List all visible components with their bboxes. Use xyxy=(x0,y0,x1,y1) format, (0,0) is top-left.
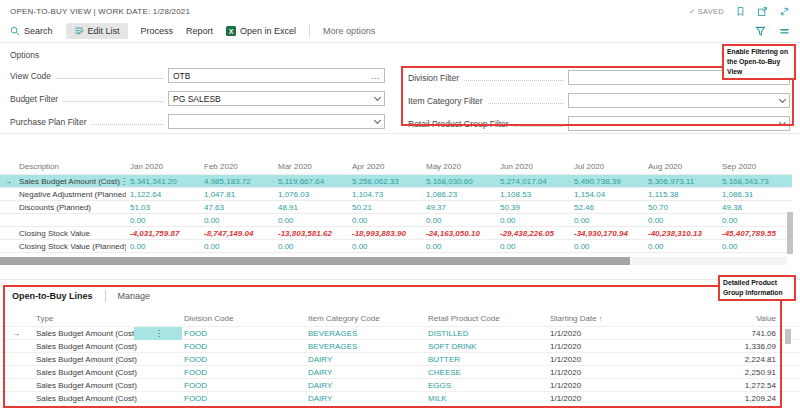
list-options-icon[interactable] xyxy=(779,26,790,37)
matrix-cell[interactable]: 0.00 xyxy=(570,242,644,251)
line-type[interactable]: Sales Budget Amount (Cost) xyxy=(34,342,134,351)
matrix-cell[interactable]: 5,256,062.33 xyxy=(348,177,422,186)
line-type[interactable]: Sales Budget Amount (Cost) xyxy=(34,329,134,338)
matrix-cell[interactable]: 0.00 xyxy=(126,216,200,225)
matrix-cell[interactable]: 47.63 xyxy=(200,203,274,212)
column-header-type[interactable]: Type xyxy=(34,314,134,323)
matrix-cell[interactable]: -29,438,226.05 xyxy=(496,229,570,238)
starting-date-cell[interactable]: 1/1/2020 xyxy=(548,368,668,377)
matrix-cell[interactable]: 0.00 xyxy=(200,242,274,251)
column-header-month[interactable]: Jan 2020 xyxy=(126,162,200,171)
matrix-row-description[interactable]: Closing Stock Value (Planned) xyxy=(16,242,126,251)
matrix-cell[interactable]: 49.37 xyxy=(422,203,496,212)
retail-product-code-link[interactable]: BUTTER xyxy=(426,355,548,364)
matrix-cell[interactable]: -4,031,759.87 xyxy=(126,229,200,238)
matrix-cell[interactable]: 0.00 xyxy=(422,216,496,225)
matrix-cell[interactable]: 0.00 xyxy=(348,242,422,251)
matrix-cell[interactable]: 1,108.53 xyxy=(496,190,570,199)
matrix-cell[interactable]: -24,163,050.10 xyxy=(422,229,496,238)
matrix-cell[interactable]: 1,076.03 xyxy=(274,190,348,199)
line-type[interactable]: Sales Budget Amount (Cost) xyxy=(34,381,134,390)
matrix-cell[interactable]: 1,086.23 xyxy=(422,190,496,199)
matrix-cell[interactable]: 5,341,341.20 xyxy=(126,177,200,186)
line-row[interactable]: Sales Budget Amount (Cost)FOODDAIRYMILK1… xyxy=(0,391,800,404)
horizontal-scrollbar-thumb[interactable] xyxy=(0,257,630,265)
retail-product-code-link[interactable]: SOFT DRINK xyxy=(426,342,548,351)
matrix-row[interactable]: Closing Stock Value (Planned)0.000.000.0… xyxy=(0,239,792,252)
matrix-cell[interactable]: 5,274,017.04 xyxy=(496,177,570,186)
value-cell[interactable]: 1,209.24 xyxy=(668,394,800,403)
budget-filter-input[interactable]: PG SALESB xyxy=(168,91,385,106)
matrix-row[interactable]: Discounts (Planned)51.0347.6348.9150.214… xyxy=(0,200,792,213)
retail-product-code-link[interactable]: EGGS xyxy=(426,381,548,390)
value-cell[interactable]: 1,272.54 xyxy=(668,381,800,390)
tab-manage[interactable]: Manage xyxy=(118,291,151,301)
column-header-product[interactable]: Retail Product Code xyxy=(426,314,548,323)
report-button[interactable]: Report xyxy=(186,26,213,36)
item-category-code-link[interactable]: DAIRY xyxy=(306,368,426,377)
matrix-cell[interactable]: 0.00 xyxy=(718,216,792,225)
matrix-cell[interactable]: 5,306,973.11 xyxy=(644,177,718,186)
matrix-cell[interactable]: -13,803,581.62 xyxy=(274,229,348,238)
division-code-link[interactable]: FOOD xyxy=(182,368,306,377)
matrix-cell[interactable]: 0.00 xyxy=(274,242,348,251)
matrix-cell[interactable]: 0.00 xyxy=(496,216,570,225)
chevron-down-icon[interactable] xyxy=(374,116,381,123)
matrix-row-description[interactable]: Closing Stock Value xyxy=(16,229,126,238)
column-header-month[interactable]: Apr 2020 xyxy=(348,162,422,171)
division-code-link[interactable]: FOOD xyxy=(182,381,306,390)
matrix-cell[interactable]: 50.21 xyxy=(348,203,422,212)
value-cell[interactable]: 1,336.09 xyxy=(668,342,800,351)
line-row[interactable]: Sales Budget Amount (Cost)FOODDAIRYBUTTE… xyxy=(0,352,800,365)
tab-open-to-buy-lines[interactable]: Open-to-Buy Lines xyxy=(12,291,93,301)
matrix-cell[interactable]: -18,993,883.90 xyxy=(348,229,422,238)
matrix-cell[interactable]: 1,104.73 xyxy=(348,190,422,199)
starting-date-cell[interactable]: 1/1/2020 xyxy=(548,342,668,351)
purchase-plan-filter-input[interactable] xyxy=(168,114,385,129)
matrix-cell[interactable]: 5,490,738.39 xyxy=(570,177,644,186)
matrix-cell[interactable]: 1,154.04 xyxy=(570,190,644,199)
vertical-scrollbar-thumb[interactable] xyxy=(787,212,793,254)
starting-date-cell[interactable]: 1/1/2020 xyxy=(548,381,668,390)
line-type[interactable]: Sales Budget Amount (Cost) xyxy=(34,368,134,377)
column-header-month[interactable]: Mar 2020 xyxy=(274,162,348,171)
column-header-month[interactable]: Sep 2020 xyxy=(718,162,792,171)
matrix-cell[interactable]: 1,086.31 xyxy=(718,190,792,199)
starting-date-cell[interactable]: 1/1/2020 xyxy=(548,355,668,364)
bookmark-icon[interactable] xyxy=(735,6,746,17)
matrix-cell[interactable]: 0.00 xyxy=(644,216,718,225)
line-type[interactable]: Sales Budget Amount (Cost) xyxy=(34,355,134,364)
division-code-link[interactable]: FOOD xyxy=(182,329,306,338)
line-row[interactable]: Sales Budget Amount (Cost)FOODDAIRYCHEES… xyxy=(0,365,800,378)
matrix-cell[interactable]: 52.46 xyxy=(570,203,644,212)
item-category-code-link[interactable]: BEVERAGES xyxy=(306,329,426,338)
matrix-cell[interactable]: 48.91 xyxy=(274,203,348,212)
matrix-cell[interactable]: 1,115.38 xyxy=(644,190,718,199)
column-header-division[interactable]: Division Code xyxy=(182,314,306,323)
matrix-cell[interactable]: 0.00 xyxy=(718,242,792,251)
item-category-filter-input[interactable] xyxy=(568,93,790,108)
item-category-code-link[interactable]: DAIRY xyxy=(306,394,426,403)
matrix-cell[interactable]: -45,407,789.55 xyxy=(718,229,792,238)
matrix-cell[interactable]: 0.00 xyxy=(496,242,570,251)
starting-date-cell[interactable]: 1/1/2020 xyxy=(548,329,668,338)
matrix-cell[interactable]: 0.00 xyxy=(200,216,274,225)
open-in-excel-button[interactable]: X Open in Excel xyxy=(226,26,296,36)
chevron-down-icon[interactable] xyxy=(374,93,381,100)
column-header-month[interactable]: Jun 2020 xyxy=(496,162,570,171)
retail-product-code-link[interactable]: MILK xyxy=(426,394,548,403)
matrix-cell[interactable]: -34,930,170.94 xyxy=(570,229,644,238)
row-menu-icon[interactable]: ⋮ xyxy=(134,327,182,340)
more-options-button[interactable]: More options xyxy=(323,26,375,36)
line-row[interactable]: Sales Budget Amount (Cost)FOODDAIRYEGGS1… xyxy=(0,378,800,391)
collapse-expand-icon[interactable] xyxy=(779,6,790,17)
matrix-cell[interactable]: 1,047.81 xyxy=(200,190,274,199)
open-in-new-window-icon[interactable] xyxy=(757,6,768,17)
vertical-scrollbar-thumb[interactable] xyxy=(785,329,791,344)
view-code-input[interactable]: OTB … xyxy=(168,68,385,83)
matrix-cell[interactable]: -40,238,310.13 xyxy=(644,229,718,238)
starting-date-cell[interactable]: 1/1/2020 xyxy=(548,394,668,403)
chevron-down-icon[interactable] xyxy=(779,95,786,102)
matrix-row[interactable]: Closing Stock Value-4,031,759.87-8,747,1… xyxy=(0,226,792,239)
retail-product-code-link[interactable]: DISTILLED xyxy=(426,329,548,338)
